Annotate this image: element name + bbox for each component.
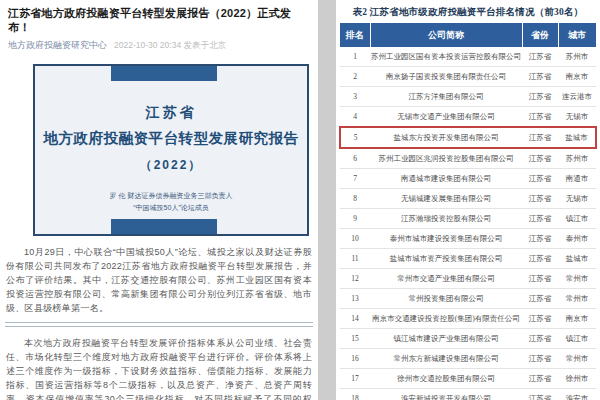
cell-company: 常州东方新城建设集团有限公司 <box>370 349 522 369</box>
cell-city: 无锡市 <box>558 107 596 128</box>
table-row: 18 淮安新城投资开发有限公司 江苏省 淮安市 <box>340 389 596 400</box>
cell-rank: 16 <box>340 349 370 369</box>
cell-company: 常州市交通产业集团有限公司 <box>370 269 522 289</box>
table-row: 14 南京市交通建设投资控股(集团)有限责任公司 江苏省 南京市 <box>340 309 596 329</box>
cell-company: 盐城市城市资产投资集团有限公司 <box>370 249 522 269</box>
cell-company: 南京扬子国资投资集团有限责任公司 <box>370 67 522 87</box>
cell-city: 无锡市 <box>558 189 596 209</box>
cell-province: 江苏省 <box>522 107 558 128</box>
cell-rank: 4 <box>340 107 370 128</box>
cell-company: 淮安新城投资开发有限公司 <box>370 389 522 400</box>
cell-province: 江苏省 <box>522 189 558 209</box>
cell-city: 南京市 <box>558 309 596 329</box>
cell-province: 江苏省 <box>522 148 558 169</box>
article-title: 江苏省地方政府投融资平台转型发展报告（2022）正式发布！ <box>0 0 318 34</box>
cell-province: 江苏省 <box>522 289 558 309</box>
table-row: 2 南京扬子国资投资集团有限责任公司 江苏省 南京市 <box>340 67 596 87</box>
cell-company: 常州投资集团有限公司 <box>370 289 522 309</box>
table-row: 16 常州东方新城建设集团有限公司 江苏省 常州市 <box>340 349 596 369</box>
cell-company: 无锡市交通产业集团有限公司 <box>370 107 522 128</box>
cell-company: 镇江城市建设产业集团有限公司 <box>370 329 522 349</box>
table-row: 1 苏州工业园区国有资本投资运营控股有限公司 江苏省 苏州市 <box>340 47 596 67</box>
table-row: 4 无锡市交通产业集团有限公司 江苏省 无锡市 <box>340 107 596 128</box>
cell-rank: 8 <box>340 189 370 209</box>
cell-province: 江苏省 <box>522 389 558 400</box>
table-row: 8 无锡城建发展集团有限公司 江苏省 无锡市 <box>340 189 596 209</box>
cell-city: 常州市 <box>558 289 596 309</box>
cover-author-line2: “中国城投50人”论坛成员 <box>35 202 307 214</box>
cell-city: 连云港市 <box>558 87 596 107</box>
cell-province: 江苏省 <box>522 269 558 289</box>
table-row: 17 徐州市交通控股集团有限公司 江苏省 徐州市 <box>340 369 596 389</box>
section-divider <box>5 322 313 327</box>
cell-company: 泰州市城市建设投资集团有限公司 <box>370 229 522 249</box>
table-row: 5 盐城东方投资开发集团有限公司 江苏省 盐城市 <box>340 127 596 148</box>
cover-bottom-tab-decoration <box>111 219 217 234</box>
cell-company: 江苏方洋集团有限公司 <box>370 87 522 107</box>
cell-city: 泰州市 <box>558 229 596 249</box>
cell-province: 江苏省 <box>522 169 558 189</box>
cell-province: 江苏省 <box>522 127 558 148</box>
account-name-link[interactable]: 地方政府投融资研究中心 <box>8 40 107 50</box>
table-row: 12 常州市交通产业集团有限公司 江苏省 常州市 <box>340 269 596 289</box>
ranking-table: 排名 公司简称 省份 城市 1 苏州工业园区国有资本投资运营控股有限公司 江苏省… <box>339 23 597 400</box>
cell-city: 南通市 <box>558 169 596 189</box>
cell-rank: 10 <box>340 229 370 249</box>
cell-rank: 2 <box>340 67 370 87</box>
cell-city: 苏州市 <box>558 148 596 169</box>
table-row: 13 常州投资集团有限公司 江苏省 常州市 <box>340 289 596 309</box>
cell-province: 江苏省 <box>522 309 558 329</box>
cell-rank: 15 <box>340 329 370 349</box>
cell-company: 无锡城建发展集团有限公司 <box>370 189 522 209</box>
table-row: 15 镇江城市建设产业集团有限公司 江苏省 镇江市 <box>340 329 596 349</box>
table-title: 表2 江苏省地市级政府投融资平台排名情况（前30名） <box>336 0 600 19</box>
cell-province: 江苏省 <box>522 209 558 229</box>
cell-rank: 11 <box>340 249 370 269</box>
cell-province: 江苏省 <box>522 349 558 369</box>
cell-city: 淮安市 <box>558 389 596 400</box>
cell-rank: 12 <box>340 269 370 289</box>
report-cover-card: 江苏省 地方政府投融资平台转型发展研究报告 （2022） 罗 伦 财达证券债券融… <box>33 64 309 236</box>
cell-company: 苏州工业园区国有资本投资运营控股有限公司 <box>370 47 522 67</box>
article-paragraph-1: 10月29日，中心联合“中国城投50人”论坛、城投之家以及财达证券股份有限公司共… <box>6 245 312 315</box>
table-row: 7 南通城市建设集团有限公司 江苏省 南通市 <box>340 169 596 189</box>
article-paragraph-2: 本次地方政府投融资平台转型发展评价指标体系从公司业绩、社会责任、市场化转型三个维… <box>6 336 312 400</box>
cover-region: 江苏省 <box>35 104 307 122</box>
header-province: 省份 <box>522 23 558 47</box>
cover-year: （2022） <box>35 157 307 174</box>
header-rank: 排名 <box>340 23 370 47</box>
ranking-table-panel: 表2 江苏省地市级政府投融资平台排名情况（前30名） 排名 公司简称 省份 城市… <box>336 0 600 400</box>
cell-province: 江苏省 <box>522 87 558 107</box>
cover-top-tab-decoration <box>111 66 217 81</box>
article-panel: 江苏省地方政府投融资平台转型发展报告（2022）正式发布！ 地方政府投融资研究中… <box>0 0 318 400</box>
cell-province: 江苏省 <box>522 369 558 389</box>
cell-rank: 18 <box>340 389 370 400</box>
header-company: 公司简称 <box>370 23 522 47</box>
cell-city: 苏州市 <box>558 47 596 67</box>
cell-rank: 5 <box>340 127 370 148</box>
table-row: 11 盐城市城市资产投资集团有限公司 江苏省 盐城市 <box>340 249 596 269</box>
cell-province: 江苏省 <box>522 229 558 249</box>
cell-city: 常州市 <box>558 269 596 289</box>
publish-meta: 2022-10-30 20:34 发表于北京 <box>114 40 226 50</box>
cell-rank: 6 <box>340 148 370 169</box>
cell-province: 江苏省 <box>522 249 558 269</box>
cell-rank: 13 <box>340 289 370 309</box>
cell-rank: 7 <box>340 169 370 189</box>
table-row: 6 苏州工业园区兆润投资控股集团有限公司 江苏省 苏州市 <box>340 148 596 169</box>
cover-report-title: 地方政府投融资平台转型发展研究报告 <box>35 129 307 148</box>
cell-city: 盐城市 <box>558 249 596 269</box>
cell-rank: 1 <box>340 47 370 67</box>
header-city: 城市 <box>558 23 596 47</box>
cell-company: 徐州市交通控股集团有限公司 <box>370 369 522 389</box>
cell-rank: 14 <box>340 309 370 329</box>
cell-city: 徐州市 <box>558 369 596 389</box>
cell-province: 江苏省 <box>522 67 558 87</box>
cell-company: 南京市交通建设投资控股(集团)有限责任公司 <box>370 309 522 329</box>
article-byline: 地方政府投融资研究中心2022-10-30 20:34 发表于北京 <box>0 34 318 52</box>
cell-rank: 9 <box>340 209 370 229</box>
cell-city: 镇江市 <box>558 209 596 229</box>
cell-rank: 17 <box>340 369 370 389</box>
cell-province: 江苏省 <box>522 329 558 349</box>
table-row: 3 江苏方洋集团有限公司 江苏省 连云港市 <box>340 87 596 107</box>
